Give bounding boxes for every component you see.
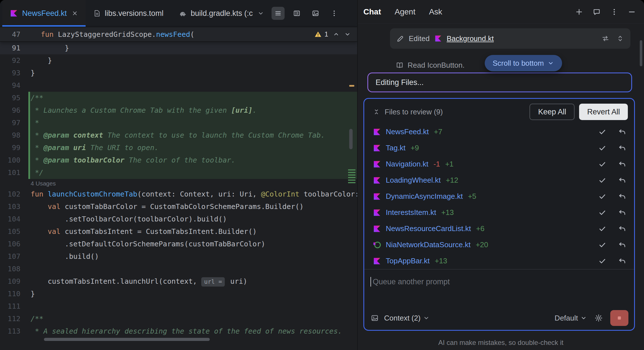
hide-panel-icon[interactable] (628, 8, 636, 16)
code-text[interactable]: /** (28, 92, 357, 104)
revert-file-icon[interactable] (618, 160, 626, 168)
editor-horizontal-scrollbar[interactable] (44, 338, 210, 341)
revert-all-button[interactable]: Revert All (579, 104, 628, 120)
chevron-down-icon[interactable] (423, 315, 430, 321)
code-text[interactable]: */ (28, 167, 357, 179)
line-number[interactable]: 103 (0, 200, 28, 213)
tab-libs-versions-toml[interactable]: libs.versions.toml (86, 0, 171, 27)
code-text[interactable]: } (28, 54, 357, 67)
line-number[interactable]: 112 (0, 313, 28, 325)
file-link[interactable]: Navigation.kt (386, 160, 428, 168)
prompt-area[interactable]: Queue another prompt Context (2) Default (364, 269, 634, 330)
new-chat-icon[interactable] (575, 8, 583, 16)
code-text[interactable]: customTabsIntent.launchUrl(context, url … (28, 275, 357, 288)
review-file-row[interactable]: TopAppBar.kt+13 (364, 253, 634, 269)
code-text[interactable]: * (28, 117, 357, 129)
revert-file-icon[interactable] (618, 209, 626, 217)
attach-image-icon[interactable] (370, 314, 379, 322)
read-file-row[interactable]: Read IconButton. (396, 59, 465, 71)
line-number[interactable]: 94 (0, 79, 28, 92)
line-number[interactable]: 100 (0, 154, 28, 167)
keep-file-check-icon[interactable] (598, 257, 606, 265)
code-text[interactable]: fun launchCustomChromeTab(context: Conte… (28, 188, 357, 200)
code-text[interactable]: .setToolbarColor(toolbarColor).build() (28, 213, 357, 225)
previous-warning-icon[interactable] (333, 31, 340, 38)
code-text[interactable]: .setDefaultColorSchemeParams(customTabBa… (28, 238, 357, 250)
file-link[interactable]: TopAppBar.kt (386, 257, 430, 265)
revert-file-icon[interactable] (618, 193, 626, 200)
line-number[interactable]: 110 (0, 288, 28, 300)
code-text[interactable]: .build() (28, 250, 357, 263)
line-number[interactable]: 109 (0, 275, 28, 288)
code-text[interactable]: val customTabsIntent = CustomTabsIntent.… (28, 225, 357, 238)
code-text[interactable]: * @param context The context to use to l… (28, 129, 357, 142)
review-file-row[interactable]: NewsResourceCardList.kt+6 (364, 221, 634, 237)
stop-generation-button[interactable] (610, 310, 628, 326)
line-number[interactable]: 98 (0, 129, 28, 142)
close-icon[interactable] (71, 10, 78, 17)
line-number[interactable]: 92 (0, 54, 28, 67)
line-number[interactable]: 99 (0, 142, 28, 154)
code-text[interactable]: val customTabBarColor = CustomTabColorSc… (28, 200, 357, 213)
file-link[interactable]: DynamicAsyncImage.kt (386, 192, 463, 201)
review-file-row[interactable]: InterestsItem.kt+13 (364, 204, 634, 221)
review-file-row[interactable]: NewsFeed.kt+7 (364, 124, 634, 140)
revert-file-icon[interactable] (618, 144, 626, 152)
collapse-icon[interactable] (373, 108, 380, 116)
show-diff-icon[interactable] (601, 35, 609, 42)
settings-button[interactable] (594, 314, 603, 322)
line-number[interactable]: 102 (0, 188, 28, 200)
keep-all-button[interactable]: Keep All (529, 104, 575, 120)
revert-file-icon[interactable] (618, 241, 626, 249)
keep-file-check-icon[interactable] (598, 225, 606, 233)
keep-file-check-icon[interactable] (598, 128, 606, 136)
keep-file-check-icon[interactable] (598, 193, 606, 200)
code-text[interactable] (28, 300, 357, 313)
code-text[interactable]: * @param uri The URI to open. (28, 142, 357, 154)
keep-file-check-icon[interactable] (598, 241, 606, 249)
line-number[interactable]: 104 (0, 213, 28, 225)
scroll-to-bottom-button[interactable]: Scroll to bottom (485, 55, 562, 71)
line-number[interactable]: 93 (0, 67, 28, 79)
edited-file-card[interactable]: Edited Background.kt (390, 28, 630, 49)
file-link[interactable]: NewsResourceCardList.kt (386, 224, 471, 233)
usages-hint[interactable]: 4 Usages (0, 179, 357, 188)
line-number[interactable]: 95 (0, 92, 28, 104)
prompt-input[interactable]: Queue another prompt (370, 277, 628, 287)
structure-view-button[interactable] (290, 7, 303, 20)
revert-file-icon[interactable] (618, 176, 626, 184)
code-editor[interactable]: 91 }92 }93}9495/**96 * Launches a Custom… (0, 42, 357, 350)
context-selector[interactable]: Context (2) (384, 314, 421, 323)
code-text[interactable]: } (28, 42, 357, 54)
file-link[interactable]: NiaNetworkDataSource.kt (386, 240, 471, 249)
review-file-row[interactable]: NiaNetworkDataSource.kt+20 (364, 237, 634, 253)
image-preview-button[interactable] (309, 7, 322, 20)
line-number[interactable]: 96 (0, 104, 28, 117)
tab-newsfeed-kt[interactable]: NewsFeed.kt (2, 0, 86, 27)
keep-file-check-icon[interactable] (598, 176, 606, 184)
code-text[interactable]: * A sealed hierarchy describing the stat… (28, 325, 357, 338)
keep-file-check-icon[interactable] (598, 144, 606, 152)
file-link[interactable]: LoadingWheel.kt (386, 176, 441, 185)
edited-file-link[interactable]: Background.kt (447, 34, 494, 43)
revert-file-icon[interactable] (618, 128, 626, 136)
line-number[interactable]: 111 (0, 300, 28, 313)
code-text[interactable]: } (28, 288, 357, 300)
review-file-row[interactable]: Navigation.kt-1+1 (364, 156, 634, 172)
line-number[interactable]: 106 (0, 238, 28, 250)
line-number[interactable]: 107 (0, 250, 28, 263)
next-warning-icon[interactable] (344, 31, 351, 38)
line-number[interactable]: 113 (0, 325, 28, 338)
revert-file-icon[interactable] (618, 225, 626, 233)
sticky-code-line[interactable]: 47 fun LazyStaggeredGridScope.newsFeed( … (0, 27, 357, 42)
line-number[interactable]: 105 (0, 225, 28, 238)
code-text[interactable]: * @param toolbarColor The color of the t… (28, 154, 357, 167)
line-number[interactable]: 108 (0, 263, 28, 275)
chevron-down-icon[interactable] (257, 10, 264, 17)
more-options-button[interactable] (328, 7, 341, 20)
editor-vertical-scrollbar[interactable] (349, 129, 353, 149)
file-link[interactable]: Tag.kt (386, 144, 405, 152)
code-text[interactable]: /** (28, 313, 357, 325)
list-view-button[interactable] (272, 7, 285, 20)
file-link[interactable]: NewsFeed.kt (386, 127, 429, 136)
